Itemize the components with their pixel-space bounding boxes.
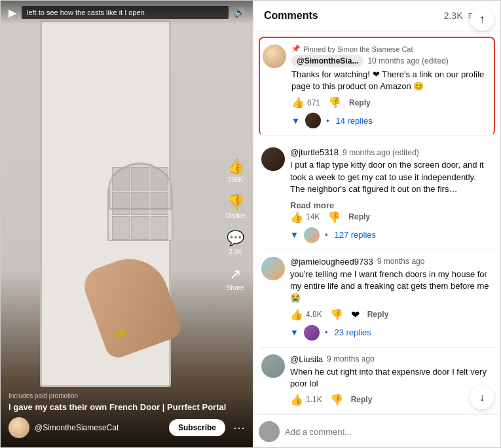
dislike-icon-3: 👎 xyxy=(330,394,343,406)
replies-dot-2: • xyxy=(325,327,328,337)
share-icon: ↗ xyxy=(229,266,241,283)
video-right-controls: 👍 396K 👎 Dislike 💬 2.3K ↗ Share xyxy=(226,158,245,291)
comment-1-replies-avatar xyxy=(304,227,320,243)
comment-1-actions: 👍 14K 👎 Reply xyxy=(290,211,492,223)
comment-3: @Liusila 9 months ago When he cut right … xyxy=(259,348,495,413)
pinned-author-chip[interactable]: @SimontheSia... xyxy=(291,55,363,67)
comment-3-body: @Liusila 9 months ago When he cut right … xyxy=(290,354,492,406)
comment-2-dislike-button[interactable]: 👎 xyxy=(330,308,343,321)
pinned-comment-text: Thanks for watching! ❤ There's a link on… xyxy=(291,69,491,92)
avatar-image xyxy=(9,417,29,438)
cat-door xyxy=(107,162,173,241)
comment-1-time: 9 months ago (edited) xyxy=(343,148,419,157)
channel-avatar[interactable] xyxy=(9,417,29,438)
chevron-down-icon: ▼ xyxy=(291,116,300,126)
comment-2-replies-avatar xyxy=(304,325,320,341)
comment-button[interactable]: 💬 2.3K xyxy=(227,230,244,255)
pinned-replies-count[interactable]: 14 replies xyxy=(335,116,372,126)
comment-1-avatar[interactable] xyxy=(261,147,285,171)
comment-3-avatar[interactable] xyxy=(261,354,285,378)
comment-1-dislike-button[interactable]: 👎 xyxy=(327,211,341,223)
comment-2-author-row: @jamielougheed9733 9 months ago xyxy=(290,257,492,267)
like-button[interactable]: 👍 396K xyxy=(227,158,244,183)
comment-3-likes: 1.1K xyxy=(306,395,322,404)
video-caption-text: left to see how the casts like it I open xyxy=(22,6,229,19)
scroll-down-button[interactable]: ↓ xyxy=(470,386,494,409)
comment-3-like-button[interactable]: 👍 1.1K xyxy=(290,394,322,406)
scroll-up-button[interactable]: ↑ xyxy=(470,7,494,31)
comment-2-replies-count[interactable]: 23 replies xyxy=(334,327,371,337)
video-title: I gave my cats their own French Door | P… xyxy=(9,402,245,412)
share-button[interactable]: ↗ Share xyxy=(227,266,244,291)
comment-2-text: you're telling me I want french doors in… xyxy=(290,269,492,305)
comment-1-text: I put a flap type kitty door on the scre… xyxy=(290,159,492,195)
play-icon[interactable]: ▶ xyxy=(9,7,16,19)
pinned-comment-time: 10 months ago (edited) xyxy=(367,56,448,65)
comments-list: 📌 Pinned by Simon the Siamese Cat @Simon… xyxy=(253,31,500,414)
comment-1-avatar-img xyxy=(261,147,285,171)
comment-2-avatar[interactable] xyxy=(261,257,285,280)
volume-icon[interactable]: 🔊 xyxy=(234,7,245,18)
replies-dot: • xyxy=(326,116,329,126)
comment-2-avatar-img xyxy=(261,257,285,280)
channel-name: @SimontheSiameseCat xyxy=(35,423,164,432)
comment-1-replies-avatar-img xyxy=(304,227,320,243)
pinned-replies-toggle[interactable]: ▼ xyxy=(291,116,300,126)
like-icon-3: 👍 xyxy=(290,394,303,406)
replies-avatar-img xyxy=(305,113,321,128)
comment-1-replies-count[interactable]: 127 replies xyxy=(334,230,376,240)
comment-3-text: When he cut right into that expensive do… xyxy=(290,366,492,390)
ring xyxy=(114,329,127,339)
comment-1-like-button[interactable]: 👍 14K xyxy=(290,211,320,223)
promo-label: Includes paid promotion xyxy=(9,392,245,400)
dislike-icon-2: 👎 xyxy=(330,308,343,321)
video-panel: ▶ left to see how the casts like it I op… xyxy=(1,1,253,448)
replies-avatar xyxy=(305,113,321,128)
comment-3-dislike-button[interactable]: 👎 xyxy=(330,394,343,406)
comment-2-like-button[interactable]: 👍 4.8K xyxy=(290,308,322,321)
comment-1-likes: 14K xyxy=(306,212,320,221)
comment-3-avatar-img xyxy=(261,354,285,378)
pinned-comment-body: 📌 Pinned by Simon the Siamese Cat @Simon… xyxy=(291,45,491,128)
pinned-reply-button[interactable]: Reply xyxy=(349,98,371,107)
comment-1-author[interactable]: @jturtle5318 xyxy=(290,147,339,157)
add-comment-avatar xyxy=(259,421,280,442)
comment-2-replies-avatar-img xyxy=(304,325,320,341)
comment-2-replies-row: ▼ • 23 replies xyxy=(290,325,492,341)
dislike-icon: 👎 xyxy=(328,96,341,109)
video-background xyxy=(1,1,253,448)
comment-1-reply-button[interactable]: Reply xyxy=(348,212,370,221)
comment-2-reply-button[interactable]: Reply xyxy=(367,310,389,319)
comments-count-label: 2.3K xyxy=(444,10,463,21)
comment-3-reply-button[interactable]: Reply xyxy=(351,395,373,404)
read-more-button-1[interactable]: Read more xyxy=(290,200,334,210)
pinned-like-button[interactable]: 👍 671 xyxy=(291,96,320,109)
door-scene xyxy=(1,1,253,448)
pinned-author-row: @SimontheSia... 10 months ago (edited) xyxy=(291,55,491,67)
dislike-button[interactable]: 👎 Dislike xyxy=(226,194,245,219)
comment-2-body: @jamielougheed9733 9 months ago you're t… xyxy=(290,257,492,341)
more-options-icon[interactable]: ⋯ xyxy=(233,420,245,435)
arrow-down-icon: ↓ xyxy=(479,392,485,403)
pin-icon: 📌 xyxy=(291,45,301,53)
comment-1-replies-row: ▼ • 127 replies xyxy=(290,227,492,243)
comment-1-replies-toggle[interactable]: ▼ xyxy=(290,230,299,240)
pinned-likes-count: 671 xyxy=(307,98,320,107)
pinned-comment-actions: 👍 671 👎 Reply xyxy=(291,96,491,109)
chevron-down-icon-1: ▼ xyxy=(290,230,299,240)
comment-2-likes: 4.8K xyxy=(306,310,322,319)
thumbs-down-icon: 👎 xyxy=(227,194,244,211)
add-comment-input[interactable] xyxy=(285,427,495,437)
comments-count-video: 2.3K xyxy=(229,248,242,255)
comment-1: @jturtle5318 9 months ago (edited) I put… xyxy=(259,141,495,250)
comment-2: @jamielougheed9733 9 months ago you're t… xyxy=(259,250,495,348)
comment-2-replies-toggle[interactable]: ▼ xyxy=(290,327,299,337)
comment-2-author[interactable]: @jamielougheed9733 xyxy=(290,257,373,267)
comment-3-author[interactable]: @Liusila xyxy=(290,354,323,364)
arrow-up-icon: ↑ xyxy=(479,13,485,25)
pinned-dislike-button[interactable]: 👎 xyxy=(328,96,341,109)
video-top-bar: ▶ left to see how the casts like it I op… xyxy=(1,1,253,24)
subscribe-button[interactable]: Subscribe xyxy=(169,419,225,436)
pinned-replies-row: ▼ • 14 replies xyxy=(291,113,491,128)
pinned-comment-avatar[interactable] xyxy=(263,45,286,68)
